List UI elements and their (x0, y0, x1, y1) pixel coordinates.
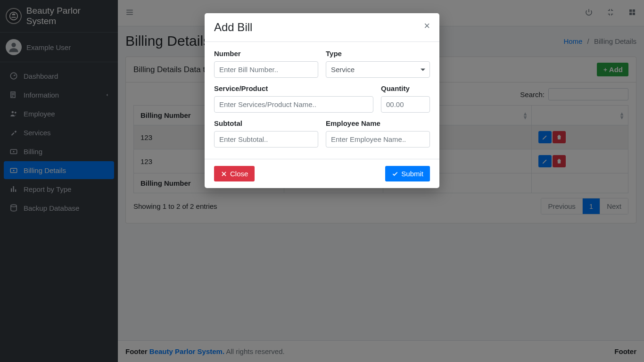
subtotal-label: Subtotal (214, 119, 318, 127)
submit-button[interactable]: Submit (385, 166, 430, 181)
quantity-label: Quantity (381, 84, 430, 92)
close-button-label: Close (230, 170, 248, 178)
number-label: Number (214, 49, 318, 58)
employee-name-input[interactable] (326, 131, 430, 148)
modal-add-bill: Add Bill × Number Type Service Service/P… (205, 13, 439, 188)
type-select[interactable]: Service (326, 61, 430, 78)
employee-name-label: Employee Name (326, 119, 430, 127)
x-icon (221, 171, 227, 177)
number-input[interactable] (214, 61, 318, 78)
service-product-label: Service/Product (214, 84, 373, 92)
subtotal-input[interactable] (214, 131, 318, 148)
quantity-input[interactable] (381, 96, 430, 113)
modal-body: Number Type Service Service/Product Quan… (205, 42, 439, 159)
close-button[interactable]: Close (214, 166, 255, 181)
modal-title: Add Bill (214, 21, 252, 34)
type-label: Type (326, 49, 430, 58)
close-icon[interactable]: × (424, 21, 430, 31)
check-icon (392, 171, 398, 177)
modal-footer: Close Submit (205, 159, 439, 188)
modal-header: Add Bill × (205, 13, 439, 42)
submit-button-label: Submit (401, 170, 423, 178)
service-product-input[interactable] (214, 96, 373, 113)
